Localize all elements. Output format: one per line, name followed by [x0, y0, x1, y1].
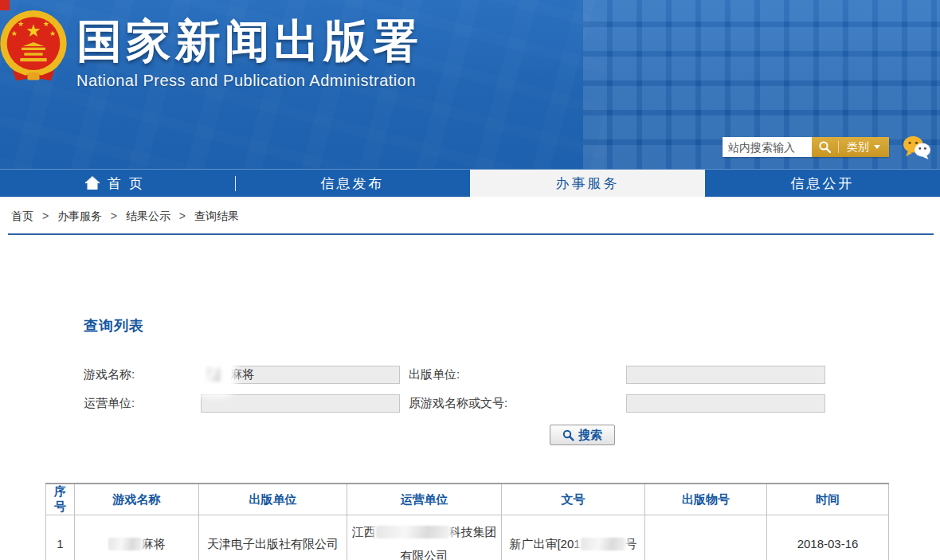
col-header-doc-number: 文号 — [502, 484, 645, 515]
breadcrumb: 首页 > 办事服务 > 结果公示 > 查询结果 — [0, 197, 940, 236]
cell-index: 1 — [46, 515, 75, 560]
svg-text:★: ★ — [43, 20, 49, 28]
breadcrumb-separator: > — [42, 210, 49, 222]
col-header-date: 时间 — [767, 484, 889, 515]
category-dropdown[interactable]: 类别 — [839, 137, 889, 157]
svg-text:★: ★ — [18, 20, 24, 28]
doc-number-suffix: 号 — [625, 537, 637, 550]
col-header-publication-number: 出版物号 — [645, 484, 767, 515]
site-title-en: National Press and Publication Administr… — [76, 72, 422, 90]
cell-game-name: 麻将 — [75, 515, 199, 560]
original-name-label: 原游戏名称或文号: — [409, 396, 626, 411]
operator-input[interactable] — [201, 394, 400, 413]
site-search-input[interactable] — [723, 137, 812, 157]
breadcrumb-home[interactable]: 首页 — [11, 210, 33, 222]
query-form: 游戏名称: 出版单位: 运营单位: 原游戏名称或文号: 搜索 — [0, 360, 940, 445]
svg-text:★: ★ — [49, 29, 56, 37]
breadcrumb-services[interactable]: 办事服务 — [57, 210, 102, 222]
home-icon — [84, 176, 100, 190]
results-table: 序号 游戏名称 出版单位 运营单位 文号 出版物号 时间 1 麻将 天津电子出版… — [45, 483, 889, 560]
game-name-input[interactable] — [201, 366, 400, 384]
original-name-input[interactable] — [626, 394, 825, 413]
redaction-blur — [376, 526, 449, 538]
nav-label-info-disclosure: 信息公开 — [791, 174, 855, 193]
cell-publication-number — [645, 515, 767, 560]
table-row: 1 麻将 天津电子出版社有限公司 江西科技集团有限公司 新广出审[201号 20… — [46, 515, 889, 560]
game-name-label: 游戏名称: — [84, 367, 201, 382]
col-header-game-name: 游戏名称 — [75, 484, 199, 515]
operator-text-prefix: 江西 — [352, 525, 376, 538]
search-icon — [818, 140, 832, 154]
category-label: 类别 — [847, 140, 869, 155]
col-header-index: 序号 — [46, 484, 75, 515]
operator-label: 运营单位: — [84, 396, 201, 411]
game-name-text: 麻将 — [142, 537, 166, 550]
col-header-publisher: 出版单位 — [199, 484, 347, 515]
col-header-operator: 运营单位 — [347, 484, 502, 515]
breadcrumb-query-result: 查询结果 — [194, 210, 239, 222]
svg-text:★: ★ — [11, 29, 18, 37]
site-search: 类别 — [723, 137, 889, 157]
site-title: 国家新闻出版署 — [76, 11, 422, 70]
national-emblem-logo: ★ ★ ★ ★ ★ — [0, 5, 73, 88]
chevron-down-icon — [874, 145, 880, 149]
search-gold-bar: 类别 — [812, 137, 889, 157]
nav-item-services[interactable]: 办事服务 — [470, 170, 705, 197]
nav-divider — [235, 176, 236, 191]
cell-doc-number: 新广出审[201号 — [502, 515, 645, 560]
breadcrumb-underline — [8, 233, 934, 235]
breadcrumb-results-publicity[interactable]: 结果公示 — [126, 210, 170, 222]
search-icon — [562, 429, 574, 441]
site-search-button[interactable] — [812, 137, 838, 157]
table-header-row: 序号 游戏名称 出版单位 运营单位 文号 出版物号 时间 — [46, 484, 889, 515]
cell-operator: 江西科技集团有限公司 — [347, 515, 502, 560]
search-button[interactable]: 搜索 — [550, 425, 615, 445]
wechat-icon[interactable] — [902, 135, 932, 160]
cell-publisher: 天津电子出版社有限公司 — [199, 515, 347, 560]
search-button-label: 搜索 — [578, 428, 602, 443]
page: ★ ★ ★ ★ ★ 国家新闻出版署 National Press and Pub… — [0, 0, 940, 560]
breadcrumb-separator: > — [111, 210, 117, 222]
nav-item-info-disclosure[interactable]: 信息公开 — [705, 170, 940, 197]
nav-label-home: 首页 — [108, 174, 151, 193]
nav-item-info-release[interactable]: 信息发布 — [235, 170, 470, 197]
doc-number-prefix: 新广出审[201 — [509, 537, 580, 550]
query-list-heading: 查询列表 — [0, 236, 940, 335]
publisher-input[interactable] — [626, 366, 825, 384]
svg-text:★: ★ — [25, 21, 41, 41]
breadcrumb-separator: > — [179, 210, 186, 222]
main-content: 查询列表 游戏名称: 出版单位: 运营单位: 原游戏名称或文号: — [0, 236, 940, 560]
main-nav: 首页 信息发布 办事服务 信息公开 — [0, 169, 940, 197]
site-header: ★ ★ ★ ★ ★ 国家新闻出版署 National Press and Pub… — [0, 0, 940, 169]
redaction-blur — [108, 538, 142, 550]
cell-date: 2018-03-16 — [767, 515, 889, 560]
redaction-blur — [581, 538, 625, 550]
nav-label-info-release: 信息发布 — [321, 174, 385, 193]
publisher-label: 出版单位: — [409, 367, 626, 382]
nav-item-home[interactable]: 首页 — [0, 170, 235, 197]
title-block: 国家新闻出版署 National Press and Publication A… — [76, 11, 422, 90]
nav-label-services: 办事服务 — [556, 174, 620, 193]
